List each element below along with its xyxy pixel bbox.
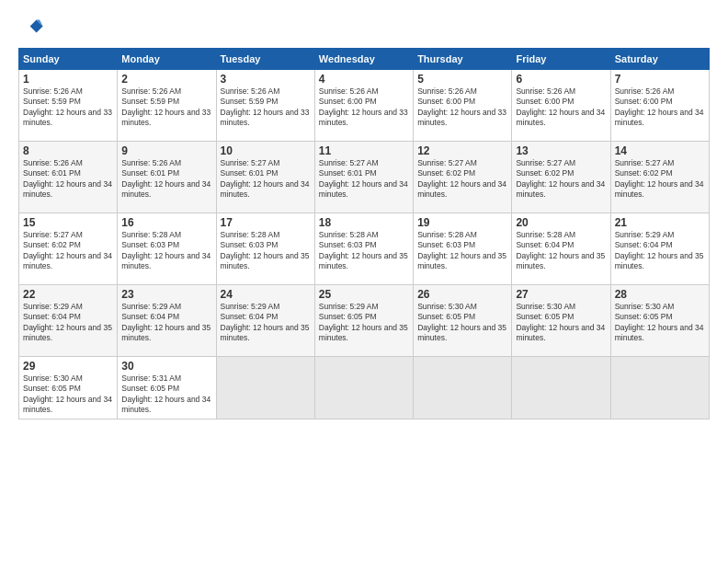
- day-number: 2: [121, 73, 211, 86]
- day-number: 3: [221, 73, 311, 86]
- day-number: 24: [221, 288, 311, 301]
- day-number: 13: [516, 144, 606, 157]
- day-info: Sunrise: 5:29 AMSunset: 6:04 PMDaylight:…: [221, 302, 311, 344]
- day-info: Sunrise: 5:29 AMSunset: 6:05 PMDaylight:…: [319, 302, 409, 344]
- day-number: 27: [516, 288, 606, 301]
- calendar-cell: 17Sunrise: 5:28 AMSunset: 6:03 PMDayligh…: [216, 213, 314, 285]
- calendar-cell: 22Sunrise: 5:29 AMSunset: 6:04 PMDayligh…: [19, 285, 118, 357]
- day-info: Sunrise: 5:30 AMSunset: 6:05 PMDaylight:…: [516, 302, 606, 344]
- calendar-cell: 30Sunrise: 5:31 AMSunset: 6:05 PMDayligh…: [118, 357, 216, 419]
- calendar-cell: 14Sunrise: 5:27 AMSunset: 6:02 PMDayligh…: [610, 142, 709, 213]
- calendar-cell: 12Sunrise: 5:27 AMSunset: 6:02 PMDayligh…: [414, 142, 512, 213]
- day-number: 26: [417, 288, 507, 301]
- day-number: 19: [417, 216, 507, 229]
- calendar-cell: 28Sunrise: 5:30 AMSunset: 6:05 PMDayligh…: [610, 285, 709, 357]
- day-info: Sunrise: 5:28 AMSunset: 6:03 PMDaylight:…: [121, 230, 211, 272]
- calendar-body: 1Sunrise: 5:26 AMSunset: 5:59 PMDaylight…: [19, 70, 710, 419]
- day-info: Sunrise: 5:30 AMSunset: 6:05 PMDaylight:…: [615, 302, 705, 344]
- calendar-cell: 9Sunrise: 5:26 AMSunset: 6:01 PMDaylight…: [118, 142, 216, 213]
- calendar-cell: 24Sunrise: 5:29 AMSunset: 6:04 PMDayligh…: [216, 285, 314, 357]
- day-info: Sunrise: 5:26 AMSunset: 5:59 PMDaylight:…: [121, 86, 211, 129]
- day-info: Sunrise: 5:29 AMSunset: 6:04 PMDaylight:…: [615, 230, 705, 272]
- header-friday: Friday: [512, 49, 610, 70]
- day-info: Sunrise: 5:27 AMSunset: 6:01 PMDaylight:…: [319, 158, 409, 201]
- calendar-cell: 15Sunrise: 5:27 AMSunset: 6:02 PMDayligh…: [19, 213, 118, 285]
- calendar-table: SundayMondayTuesdayWednesdayThursdayFrid…: [18, 48, 710, 419]
- calendar-cell: 10Sunrise: 5:27 AMSunset: 6:01 PMDayligh…: [216, 142, 314, 213]
- day-info: Sunrise: 5:26 AMSunset: 6:00 PMDaylight:…: [417, 86, 507, 129]
- day-number: 5: [417, 73, 507, 86]
- calendar-cell: 23Sunrise: 5:29 AMSunset: 6:04 PMDayligh…: [118, 285, 216, 357]
- day-number: 9: [121, 144, 211, 157]
- calendar-cell: [414, 357, 512, 419]
- svg-marker-0: [30, 20, 43, 33]
- calendar-cell: [610, 357, 709, 419]
- week-row-1: 1Sunrise: 5:26 AMSunset: 5:59 PMDaylight…: [19, 70, 710, 142]
- calendar-cell: 27Sunrise: 5:30 AMSunset: 6:05 PMDayligh…: [512, 285, 610, 357]
- calendar-cell: 29Sunrise: 5:30 AMSunset: 6:05 PMDayligh…: [19, 357, 118, 419]
- calendar-cell: 7Sunrise: 5:26 AMSunset: 6:00 PMDaylight…: [610, 70, 709, 142]
- header-wednesday: Wednesday: [314, 49, 413, 70]
- calendar-cell: 1Sunrise: 5:26 AMSunset: 5:59 PMDaylight…: [19, 70, 118, 142]
- calendar-header: SundayMondayTuesdayWednesdayThursdayFrid…: [19, 49, 710, 70]
- day-info: Sunrise: 5:29 AMSunset: 6:04 PMDaylight:…: [121, 302, 211, 344]
- day-info: Sunrise: 5:31 AMSunset: 6:05 PMDaylight:…: [121, 373, 211, 416]
- day-number: 18: [319, 216, 409, 229]
- calendar-cell: 4Sunrise: 5:26 AMSunset: 6:00 PMDaylight…: [314, 70, 413, 142]
- day-info: Sunrise: 5:26 AMSunset: 5:59 PMDaylight:…: [221, 86, 311, 129]
- logo-icon: [18, 15, 44, 40]
- day-info: Sunrise: 5:27 AMSunset: 6:02 PMDaylight:…: [516, 158, 606, 201]
- day-info: Sunrise: 5:26 AMSunset: 6:00 PMDaylight:…: [615, 86, 705, 129]
- day-number: 29: [23, 360, 113, 373]
- day-number: 6: [516, 73, 606, 86]
- day-number: 30: [121, 360, 211, 373]
- calendar-cell: 2Sunrise: 5:26 AMSunset: 5:59 PMDaylight…: [118, 70, 216, 142]
- calendar-cell: 19Sunrise: 5:28 AMSunset: 6:03 PMDayligh…: [414, 213, 512, 285]
- calendar-cell: 26Sunrise: 5:30 AMSunset: 6:05 PMDayligh…: [414, 285, 512, 357]
- header-row: SundayMondayTuesdayWednesdayThursdayFrid…: [19, 49, 710, 70]
- day-number: 28: [615, 288, 705, 301]
- day-number: 23: [121, 288, 211, 301]
- day-info: Sunrise: 5:26 AMSunset: 6:00 PMDaylight:…: [516, 86, 606, 129]
- day-info: Sunrise: 5:26 AMSunset: 6:01 PMDaylight:…: [121, 158, 211, 201]
- day-number: 21: [615, 216, 705, 229]
- day-info: Sunrise: 5:27 AMSunset: 6:01 PMDaylight:…: [221, 158, 311, 201]
- day-number: 17: [221, 216, 311, 229]
- page: SundayMondayTuesdayWednesdayThursdayFrid…: [0, 0, 728, 563]
- day-info: Sunrise: 5:26 AMSunset: 5:59 PMDaylight:…: [23, 86, 113, 129]
- day-number: 7: [615, 73, 705, 86]
- day-info: Sunrise: 5:27 AMSunset: 6:02 PMDaylight:…: [615, 158, 705, 201]
- day-info: Sunrise: 5:30 AMSunset: 6:05 PMDaylight:…: [23, 373, 113, 416]
- day-info: Sunrise: 5:27 AMSunset: 6:02 PMDaylight:…: [23, 230, 113, 272]
- header-tuesday: Tuesday: [216, 49, 314, 70]
- calendar-cell: 20Sunrise: 5:28 AMSunset: 6:04 PMDayligh…: [512, 213, 610, 285]
- day-number: 12: [417, 144, 507, 157]
- week-row-4: 22Sunrise: 5:29 AMSunset: 6:04 PMDayligh…: [19, 285, 710, 357]
- calendar-cell: 3Sunrise: 5:26 AMSunset: 5:59 PMDaylight…: [216, 70, 314, 142]
- calendar-cell: 25Sunrise: 5:29 AMSunset: 6:05 PMDayligh…: [314, 285, 413, 357]
- day-number: 8: [23, 144, 113, 157]
- calendar-cell: 8Sunrise: 5:26 AMSunset: 6:01 PMDaylight…: [19, 142, 118, 213]
- day-number: 4: [319, 73, 409, 86]
- calendar-cell: [314, 357, 413, 419]
- day-number: 15: [23, 216, 113, 229]
- day-number: 16: [121, 216, 211, 229]
- calendar-cell: [216, 357, 314, 419]
- header: [18, 15, 710, 40]
- day-info: Sunrise: 5:28 AMSunset: 6:04 PMDaylight:…: [516, 230, 606, 272]
- logo: [18, 15, 48, 40]
- day-info: Sunrise: 5:26 AMSunset: 6:01 PMDaylight:…: [23, 158, 113, 201]
- calendar-cell: 5Sunrise: 5:26 AMSunset: 6:00 PMDaylight…: [414, 70, 512, 142]
- day-info: Sunrise: 5:28 AMSunset: 6:03 PMDaylight:…: [221, 230, 311, 272]
- calendar-cell: 18Sunrise: 5:28 AMSunset: 6:03 PMDayligh…: [314, 213, 413, 285]
- week-row-3: 15Sunrise: 5:27 AMSunset: 6:02 PMDayligh…: [19, 213, 710, 285]
- week-row-2: 8Sunrise: 5:26 AMSunset: 6:01 PMDaylight…: [19, 142, 710, 213]
- day-info: Sunrise: 5:28 AMSunset: 6:03 PMDaylight:…: [319, 230, 409, 272]
- day-info: Sunrise: 5:29 AMSunset: 6:04 PMDaylight:…: [23, 302, 113, 344]
- header-thursday: Thursday: [414, 49, 512, 70]
- calendar-cell: 13Sunrise: 5:27 AMSunset: 6:02 PMDayligh…: [512, 142, 610, 213]
- day-number: 10: [221, 144, 311, 157]
- calendar-cell: 6Sunrise: 5:26 AMSunset: 6:00 PMDaylight…: [512, 70, 610, 142]
- calendar-cell: 21Sunrise: 5:29 AMSunset: 6:04 PMDayligh…: [610, 213, 709, 285]
- week-row-5: 29Sunrise: 5:30 AMSunset: 6:05 PMDayligh…: [19, 357, 710, 419]
